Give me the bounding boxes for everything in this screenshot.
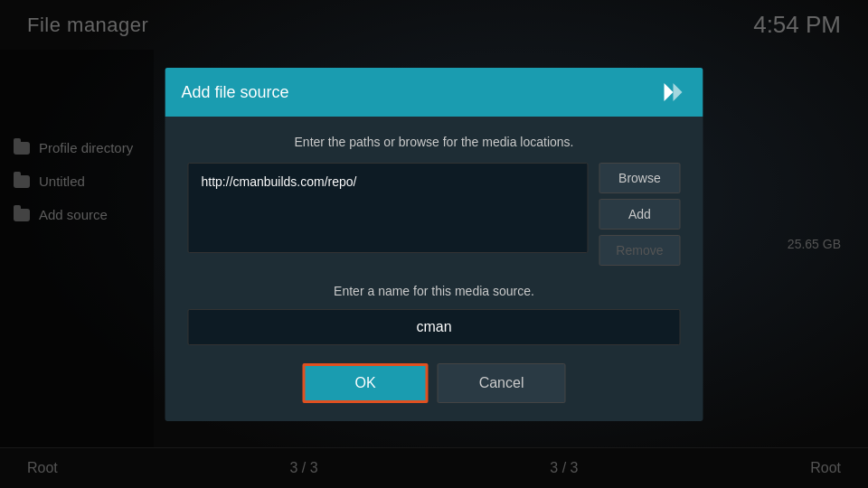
add-button[interactable]: Add bbox=[599, 199, 680, 230]
path-instruction: Enter the paths or browse for the media … bbox=[188, 135, 681, 149]
cancel-button[interactable]: Cancel bbox=[438, 363, 566, 403]
url-input-area[interactable]: http://cmanbuilds.com/repo/ bbox=[188, 163, 589, 253]
svg-marker-1 bbox=[674, 83, 683, 101]
add-file-source-dialog: Add file source Enter the paths or brows… bbox=[165, 68, 703, 421]
name-instruction: Enter a name for this media source. bbox=[188, 284, 681, 298]
dialog-actions: OK Cancel bbox=[188, 363, 681, 403]
dialog-header: Add file source bbox=[165, 68, 703, 117]
url-value: http://cmanbuilds.com/repo/ bbox=[202, 174, 575, 189]
remove-button[interactable]: Remove bbox=[599, 235, 680, 266]
url-buttons: Browse Add Remove bbox=[599, 163, 680, 266]
name-input[interactable]: cman bbox=[188, 309, 681, 345]
browse-button[interactable]: Browse bbox=[599, 163, 680, 193]
dialog-title: Add file source bbox=[182, 83, 289, 102]
url-section: http://cmanbuilds.com/repo/ Browse Add R… bbox=[188, 163, 681, 266]
kodi-logo-icon bbox=[660, 79, 687, 106]
ok-button[interactable]: OK bbox=[303, 363, 429, 403]
svg-marker-0 bbox=[665, 83, 674, 101]
dialog-body: Enter the paths or browse for the media … bbox=[165, 117, 703, 421]
